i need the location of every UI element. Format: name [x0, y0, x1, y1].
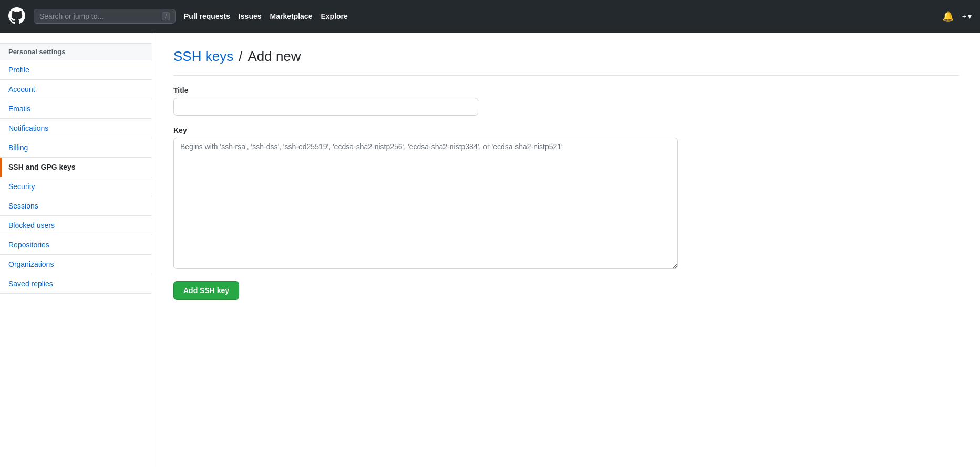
key-form-group: Key [173, 126, 959, 271]
sidebar-item-ssh-gpg-keys[interactable]: SSH and GPG keys [0, 158, 152, 177]
breadcrumb-separator: / [239, 48, 242, 65]
search-input[interactable] [39, 12, 158, 20]
sidebar-item-security[interactable]: Security [0, 177, 152, 196]
breadcrumb: SSH keys / Add new [173, 48, 959, 76]
github-logo[interactable] [8, 7, 25, 26]
sidebar-item-profile[interactable]: Profile [0, 60, 152, 80]
sidebar-item-notifications[interactable]: Notifications [0, 119, 152, 138]
sidebar: Personal settings Profile Account Emails… [0, 33, 152, 467]
header-right: 🔔 + ▾ [942, 11, 972, 22]
key-textarea[interactable] [173, 138, 678, 269]
page-container: Personal settings Profile Account Emails… [0, 33, 980, 467]
nav-explore[interactable]: Explore [321, 12, 347, 20]
nav-marketplace[interactable]: Marketplace [270, 12, 313, 20]
breadcrumb-ssh-keys-link[interactable]: SSH keys [173, 48, 233, 65]
sidebar-item-emails[interactable]: Emails [0, 99, 152, 119]
key-label: Key [173, 126, 959, 134]
header: / Pull requests Issues Marketplace Explo… [0, 0, 980, 33]
sidebar-item-account[interactable]: Account [0, 80, 152, 99]
nav-pull-requests[interactable]: Pull requests [184, 12, 230, 20]
notifications-bell-icon[interactable]: 🔔 [942, 11, 954, 22]
sidebar-item-saved-replies[interactable]: Saved replies [0, 274, 152, 294]
search-box[interactable]: / [34, 9, 176, 24]
nav-issues[interactable]: Issues [239, 12, 262, 20]
sidebar-item-billing[interactable]: Billing [0, 138, 152, 158]
breadcrumb-current-page: Add new [247, 48, 301, 65]
sidebar-item-repositories[interactable]: Repositories [0, 235, 152, 255]
sidebar-title: Personal settings [0, 43, 152, 60]
sidebar-item-organizations[interactable]: Organizations [0, 255, 152, 274]
plus-chevron-icon: ▾ [968, 12, 972, 20]
title-input[interactable] [173, 98, 478, 116]
add-ssh-key-button[interactable]: Add SSH key [173, 281, 239, 300]
title-form-group: Title [173, 86, 959, 116]
main-nav: Pull requests Issues Marketplace Explore [184, 12, 934, 20]
plus-icon: + [962, 12, 966, 20]
search-shortcut: / [162, 12, 170, 20]
new-menu-button[interactable]: + ▾ [962, 12, 972, 20]
sidebar-item-blocked-users[interactable]: Blocked users [0, 216, 152, 235]
title-label: Title [173, 86, 959, 95]
main-content: SSH keys / Add new Title Key Add SSH key [152, 33, 980, 467]
sidebar-item-sessions[interactable]: Sessions [0, 196, 152, 216]
